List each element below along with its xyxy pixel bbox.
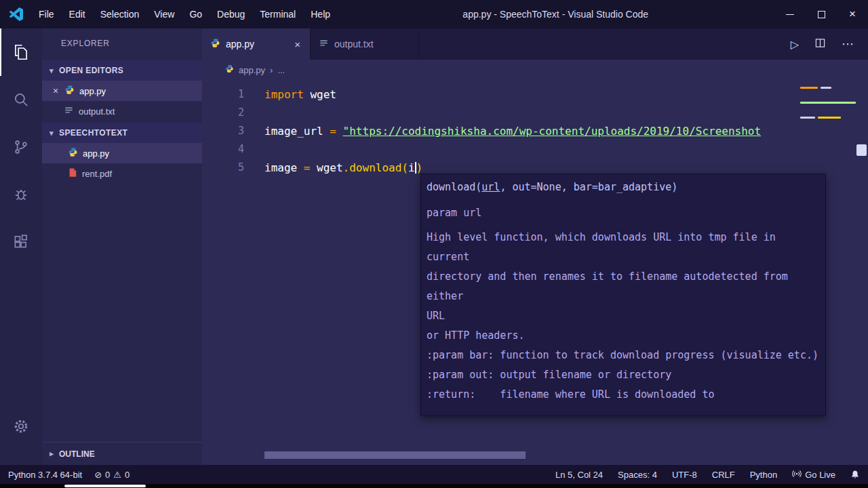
editor-actions: ▷ ⋯ bbox=[791, 28, 868, 60]
tab-label: output.txt bbox=[334, 39, 374, 49]
menu-view[interactable]: View bbox=[146, 5, 182, 23]
close-button[interactable]: × bbox=[837, 0, 868, 28]
line-number: 4 bbox=[202, 140, 244, 159]
settings-gear-icon[interactable] bbox=[0, 403, 42, 450]
split-editor-button[interactable] bbox=[815, 38, 825, 51]
debug-icon[interactable] bbox=[0, 171, 42, 218]
cursor-position[interactable]: Ln 5, Col 24 bbox=[555, 470, 603, 480]
tooltip-doc-line: :return: filename where URL is downloade… bbox=[427, 385, 818, 405]
menu-file[interactable]: File bbox=[31, 5, 62, 23]
minimap[interactable] bbox=[800, 84, 861, 145]
maximize-icon bbox=[818, 11, 825, 18]
code-line-2[interactable]: 2 bbox=[202, 104, 868, 122]
code-operator: = bbox=[304, 161, 317, 174]
video-progress-bar bbox=[64, 485, 146, 487]
eol-setting[interactable]: CRLF bbox=[712, 470, 735, 480]
open-editor-item-output-txt[interactable]: output.txt bbox=[42, 101, 202, 121]
file-item-rent-pdf[interactable]: rent.pdf bbox=[42, 163, 202, 184]
file-item-app-py[interactable]: app.py bbox=[42, 143, 202, 163]
menu-debug[interactable]: Debug bbox=[210, 5, 252, 23]
go-live-button[interactable]: Go Live bbox=[792, 469, 835, 481]
tooltip-active-param: url bbox=[481, 181, 500, 193]
line-number: 5 bbox=[202, 159, 244, 177]
error-count: 0 bbox=[105, 470, 110, 480]
text-file-icon bbox=[319, 38, 329, 50]
scrollbar-marker[interactable] bbox=[856, 144, 867, 156]
code-paren: ) bbox=[416, 161, 423, 174]
open-editors-label: OPEN EDITORS bbox=[59, 66, 123, 75]
breadcrumb-more[interactable]: ... bbox=[277, 65, 285, 75]
code-line-3[interactable]: 3 image_url = "https://codingshiksha.com… bbox=[202, 122, 868, 140]
file-label: app.py bbox=[79, 86, 106, 96]
code-line-1[interactable]: 1 import wget bbox=[202, 85, 868, 104]
python-file-icon bbox=[64, 85, 75, 97]
project-folder-header[interactable]: ▾ SPEECHTOTEXT bbox=[42, 123, 202, 143]
line-number: 3 bbox=[202, 122, 244, 140]
tooltip-doc-line: directory and then renames it to filenam… bbox=[427, 267, 818, 306]
chevron-down-icon: ▾ bbox=[47, 66, 56, 75]
tooltip-doc-line: URL bbox=[427, 306, 818, 326]
indentation-setting[interactable]: Spaces: 4 bbox=[618, 470, 657, 480]
code-variable: image bbox=[264, 161, 304, 174]
code-variable: image_url bbox=[264, 125, 330, 138]
menu-selection[interactable]: Selection bbox=[93, 5, 147, 23]
minimize-button[interactable] bbox=[774, 0, 806, 28]
video-progress-strip bbox=[0, 484, 868, 488]
status-bar: Python 3.7.4 64-bit ⊘ 0 ⚠ 0 Ln 5, Col 24… bbox=[0, 465, 868, 484]
vscode-window: File Edit Selection View Go Debug Termin… bbox=[0, 0, 868, 488]
editor-group: app.py × output.txt ▷ ⋯ app.py › ... bbox=[202, 28, 868, 465]
explorer-icon[interactable] bbox=[0, 28, 42, 76]
source-control-icon[interactable] bbox=[0, 123, 42, 171]
menu-go[interactable]: Go bbox=[182, 5, 210, 23]
activity-bar bbox=[0, 28, 42, 465]
python-interpreter-selector[interactable]: Python 3.7.4 64-bit bbox=[8, 470, 82, 480]
menu-terminal[interactable]: Terminal bbox=[252, 5, 303, 23]
notifications-bell-icon[interactable] bbox=[850, 470, 860, 479]
maximize-button[interactable] bbox=[806, 0, 837, 28]
outline-section[interactable]: ▸ OUTLINE bbox=[42, 442, 202, 465]
code-editor[interactable]: 1 import wget 2 3 image_url = "https://c… bbox=[202, 80, 868, 465]
file-label: rent.pdf bbox=[82, 169, 112, 179]
tooltip-doc-line: or HTTP headers. bbox=[427, 326, 818, 346]
tab-bar: app.py × output.txt ▷ ⋯ bbox=[202, 28, 868, 60]
tooltip-doc-line: High level function, which downloads URL… bbox=[427, 228, 818, 267]
open-editors-header[interactable]: ▾ OPEN EDITORS bbox=[42, 60, 202, 81]
outline-label: OUTLINE bbox=[59, 449, 95, 459]
code-argument: i bbox=[408, 161, 415, 174]
window-controls: × bbox=[774, 0, 868, 28]
search-icon[interactable] bbox=[0, 76, 42, 123]
breadcrumb: app.py › ... bbox=[202, 60, 868, 80]
language-mode[interactable]: Python bbox=[750, 470, 777, 480]
line-number: 2 bbox=[202, 104, 244, 122]
code-string-url[interactable]: "https://codingshiksha.com/wp-content/up… bbox=[343, 125, 762, 138]
tab-output-txt[interactable]: output.txt bbox=[311, 28, 419, 60]
go-live-label: Go Live bbox=[805, 470, 835, 480]
menu-edit[interactable]: Edit bbox=[62, 5, 93, 23]
more-actions-button[interactable]: ⋯ bbox=[842, 37, 854, 52]
project-folder-label: SPEECHTOTEXT bbox=[59, 128, 127, 138]
menu-help[interactable]: Help bbox=[303, 5, 338, 23]
python-file-icon bbox=[225, 64, 234, 75]
file-label: app.py bbox=[83, 148, 109, 159]
tab-close-icon[interactable]: × bbox=[293, 39, 302, 50]
breadcrumb-file[interactable]: app.py bbox=[239, 65, 265, 75]
open-editor-item-app-py[interactable]: × app.py bbox=[42, 81, 202, 101]
tab-app-py[interactable]: app.py × bbox=[202, 28, 311, 60]
breadcrumb-separator-icon: › bbox=[270, 65, 273, 75]
run-button[interactable]: ▷ bbox=[791, 38, 799, 51]
window-title: app.py - SpeechToText - Visual Studio Co… bbox=[462, 9, 648, 20]
extensions-icon[interactable] bbox=[0, 218, 42, 266]
python-file-icon bbox=[210, 38, 220, 50]
tab-label: app.py bbox=[226, 39, 254, 49]
sidebar-title: EXPLORER bbox=[42, 28, 202, 52]
code-line-4[interactable]: 4 bbox=[202, 140, 868, 159]
close-editor-icon[interactable]: × bbox=[52, 85, 60, 96]
encoding-setting[interactable]: UTF-8 bbox=[672, 470, 697, 480]
explorer-sidebar: EXPLORER ▾ OPEN EDITORS × app.py output.… bbox=[42, 28, 202, 465]
problems-indicator[interactable]: ⊘ 0 ⚠ 0 bbox=[94, 470, 130, 480]
minimize-icon bbox=[786, 14, 794, 15]
line-number: 1 bbox=[202, 85, 244, 104]
chevron-down-icon: ▾ bbox=[47, 129, 56, 138]
signature-help-tooltip: download(url, out=None, bar=bar_adaptive… bbox=[420, 174, 826, 416]
horizontal-scrollbar[interactable] bbox=[264, 451, 526, 459]
